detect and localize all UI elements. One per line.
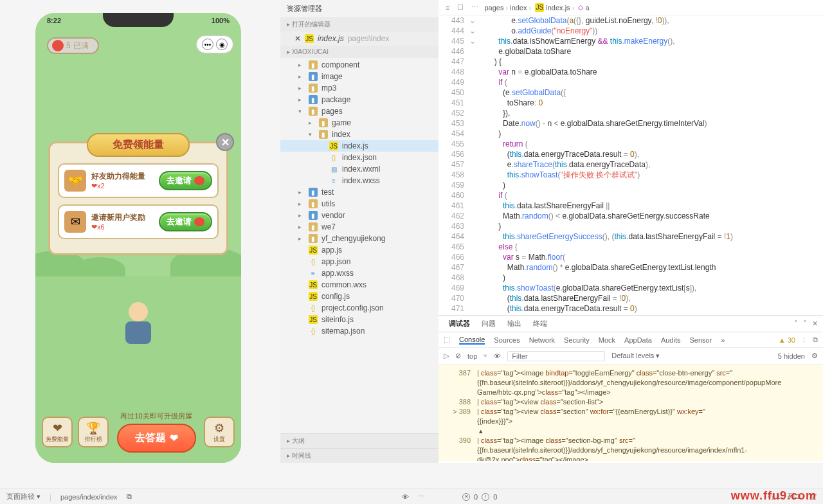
- popup-close-button[interactable]: ✕: [216, 133, 234, 151]
- fold-icon: ▮: [309, 60, 318, 69]
- tab-audits[interactable]: Audits: [661, 336, 681, 344]
- tree-item-index[interactable]: ▾▮index: [280, 129, 439, 140]
- tab-terminal[interactable]: 终端: [528, 316, 552, 331]
- heart-full-label: 已满: [73, 40, 89, 51]
- more-tabs-icon[interactable]: »: [721, 336, 725, 344]
- tree-item-app.js[interactable]: JSapp.js: [280, 244, 439, 256]
- gear-icon[interactable]: ⚙: [811, 352, 818, 360]
- tree-item-we7[interactable]: ▸▮we7: [280, 221, 439, 233]
- tab-problems[interactable]: 问题: [476, 316, 501, 331]
- more-icon[interactable]: ⋯: [469, 3, 480, 12]
- close-icon[interactable]: ✕: [294, 34, 301, 43]
- hidden-count[interactable]: 5 hidden: [778, 352, 805, 360]
- foldb-icon: ▮: [309, 188, 318, 197]
- open-editor-item[interactable]: ✕ JS index.js pages\index: [280, 32, 439, 46]
- close-icon[interactable]: ✕: [812, 320, 818, 328]
- tab-debugger[interactable]: 调试器: [444, 316, 475, 331]
- tree-item-index.wxml[interactable]: ▤index.wxml: [280, 163, 439, 175]
- console-output[interactable]: 387| class="tag"><image bindtap="toggleE…: [439, 364, 823, 461]
- device-time: 8:22: [47, 17, 61, 24]
- tree-item-config.js[interactable]: JSconfig.js: [280, 291, 439, 302]
- context-selector[interactable]: top: [467, 352, 477, 360]
- chevron-down-icon[interactable]: ˅: [803, 320, 807, 328]
- tab-network[interactable]: Network: [529, 336, 555, 344]
- rank-button[interactable]: 🏆排行榜: [78, 417, 109, 447]
- tree-item-utils[interactable]: ▸▮utils: [280, 198, 439, 210]
- filter-input[interactable]: [507, 351, 605, 361]
- clear-icon[interactable]: ⊘: [455, 352, 461, 360]
- error-warning-counts[interactable]: ✕0 !0: [462, 493, 497, 501]
- tab-sensor[interactable]: Sensor: [689, 336, 712, 344]
- tree-item-sitemap.json[interactable]: {}sitemap.json: [280, 325, 439, 337]
- status-bar: 页面路径 ▾ | pages/index/index ⧉ 👁 ⋯ ✕0 !0 行…: [0, 489, 823, 504]
- miniprogram-capsule[interactable]: ••• ◉: [196, 35, 233, 53]
- tree-item-pages[interactable]: ▾▮pages: [280, 105, 439, 117]
- dock-icon[interactable]: ⧉: [813, 336, 818, 344]
- fold-column[interactable]: ⌄⌄⌄: [468, 15, 477, 46]
- bookmark-icon[interactable]: ☐: [455, 3, 466, 12]
- code-content[interactable]: e.setGlobalData(a({}, guideList.noEnergy…: [477, 15, 823, 315]
- warnings-badge[interactable]: ▲ 30: [779, 336, 795, 344]
- free-energy-button[interactable]: ❤免费能量: [42, 417, 73, 447]
- tree-item-index.js[interactable]: JSindex.js: [280, 140, 439, 152]
- levels-selector[interactable]: Default levels ▾: [611, 352, 660, 360]
- tree-item-index.json[interactable]: {}index.json: [280, 152, 439, 163]
- tree-item-component[interactable]: ▸▮component: [280, 59, 439, 71]
- tab-security[interactable]: Security: [564, 336, 590, 344]
- eye-icon[interactable]: 👁: [494, 352, 501, 360]
- tab-output[interactable]: 输出: [502, 316, 527, 331]
- heart-badge[interactable]: 5 已满: [47, 37, 99, 54]
- popup-item-title: 好友助力得能量: [91, 171, 154, 182]
- page-path-label[interactable]: 页面路径 ▾: [6, 492, 41, 501]
- eye-icon[interactable]: 👁: [402, 493, 409, 501]
- tree-item-yf_chengyujiekong[interactable]: ▸▮yf_chengyujiekong: [280, 233, 439, 244]
- tree-item-vendor[interactable]: ▸▮vendor: [280, 210, 439, 221]
- copy-icon[interactable]: ⧉: [127, 492, 132, 501]
- inspect-icon[interactable]: ⬚: [444, 336, 450, 344]
- more-icon[interactable]: ⋯: [418, 492, 425, 501]
- tree-item-common.wxs[interactable]: JScommon.wxs: [280, 279, 439, 291]
- fold-icon: ▮: [309, 107, 318, 116]
- invite-button[interactable]: 去邀请: [159, 171, 212, 190]
- kebab-icon[interactable]: ⋮: [800, 336, 808, 344]
- fold-icon: ▮: [309, 84, 318, 93]
- tree-item-package[interactable]: ▸▮package: [280, 94, 439, 105]
- section-timeline[interactable]: 时间线: [280, 448, 439, 463]
- js-icon: JS: [309, 246, 318, 255]
- capsule-more-icon[interactable]: •••: [202, 39, 213, 50]
- section-open-editors[interactable]: 打开的编辑器: [280, 17, 439, 32]
- play-icon[interactable]: ▷: [444, 352, 449, 360]
- menu-icon[interactable]: ≡: [444, 4, 451, 12]
- tree-item-game[interactable]: ▸▮game: [280, 117, 439, 129]
- code-editor[interactable]: ≡ ☐ ⋯ pages › index › JSindex.js › ◇a 44…: [439, 0, 823, 315]
- page-path[interactable]: pages/index/index: [60, 493, 118, 501]
- bottom-bar: ❤免费能量 🏆排行榜 再过10关即可升级房屋 去答题❤ ⚙设置: [42, 411, 235, 453]
- section-outline[interactable]: 大纲: [280, 433, 439, 448]
- gear-icon: ⚙: [214, 421, 224, 435]
- breadcrumb-path[interactable]: pages › index › JSindex.js › ◇a: [484, 3, 589, 12]
- console-toolbar: ▷ ⊘ top ▾ 👁 Default levels ▾ 5 hidden ⚙: [439, 348, 823, 364]
- tab-sources[interactable]: Sources: [494, 336, 520, 344]
- answer-button[interactable]: 去答题❤: [117, 424, 196, 453]
- section-project[interactable]: XIAOXIUCAI: [280, 46, 439, 58]
- tab-console[interactable]: Console: [459, 336, 485, 345]
- tree-item-image[interactable]: ▸▮image: [280, 71, 439, 82]
- tree-item-siteinfo.js[interactable]: JSsiteinfo.js: [280, 314, 439, 325]
- tree-item-app.wxss[interactable]: ≡app.wxss: [280, 267, 439, 279]
- capsule-close-icon[interactable]: ◉: [216, 39, 228, 50]
- tree-item-app.json[interactable]: {}app.json: [280, 256, 439, 267]
- tree-item-project.config.json[interactable]: {}project.config.json: [280, 302, 439, 314]
- editor-breadcrumb[interactable]: ≡ ☐ ⋯ pages › index › JSindex.js › ◇a: [439, 0, 823, 15]
- tab-appdata[interactable]: AppData: [624, 336, 652, 344]
- progress-text: 再过10关即可升级房屋: [114, 411, 199, 421]
- tab-mock[interactable]: Mock: [599, 336, 615, 344]
- warning-icon: !: [482, 493, 489, 501]
- devtools-tabs: ⬚ Console Sources Network Security Mock …: [439, 332, 823, 348]
- tree-item-index.wxss[interactable]: ≡index.wxss: [280, 175, 439, 186]
- tree-item-test[interactable]: ▸▮test: [280, 186, 439, 198]
- settings-button[interactable]: ⚙设置: [204, 417, 235, 447]
- invite-button[interactable]: 去邀请: [159, 212, 212, 231]
- chevron-up-icon[interactable]: ˄: [794, 320, 798, 328]
- tree-item-mp3[interactable]: ▸▮mp3: [280, 82, 439, 94]
- file-explorer: 资源管理器 打开的编辑器 ✕ JS index.js pages\index X…: [280, 0, 439, 463]
